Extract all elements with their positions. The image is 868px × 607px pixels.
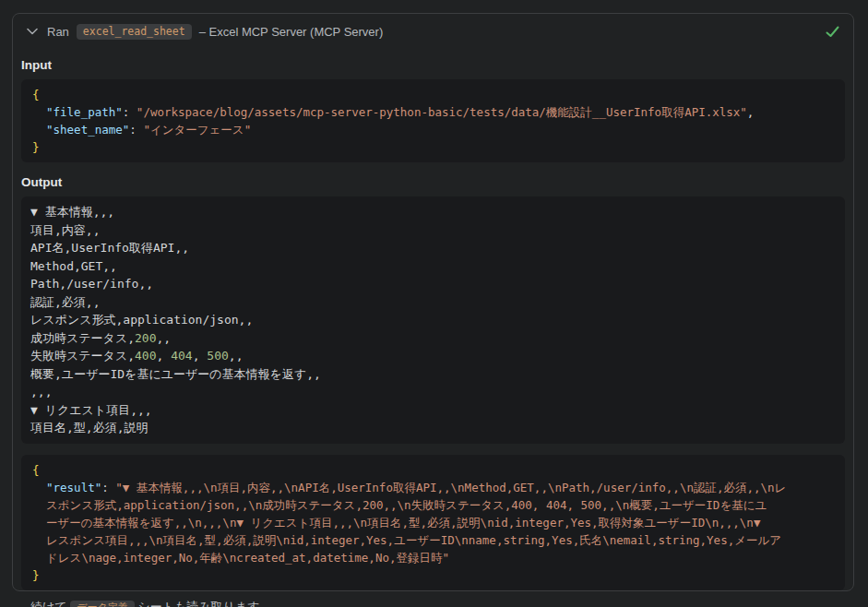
code-segment: ーザーの基本情報を返す,,\n,,,\n▼ リクエスト項目,,,\n項目名,型,… (46, 516, 760, 530)
code-segment: "result" (46, 481, 101, 494)
result-json-lines: "result": "▼ 基本情報,,,\n項目,内容,,\nAPI名,User… (32, 479, 834, 566)
input-json-lines: "file_path": "/workspace/blog/assets/mcp… (32, 103, 834, 138)
code-segment: : (129, 123, 143, 137)
result-json-line: ーザーの基本情報を返す,,\n,,,\n▼ リクエスト項目,,,\n項目名,型,… (32, 514, 834, 531)
output-csv-line: 成功時ステータス,200,, (30, 329, 836, 348)
result-json-line: "result": "▼ 基本情報,,,\n項目,内容,,\nAPI名,User… (32, 479, 834, 496)
input-json-line: "file_path": "/workspace/blog/assets/mcp… (32, 103, 834, 121)
code-segment: Path,/user/info,, (30, 277, 153, 291)
code-segment: 認証,必須,, (30, 295, 100, 309)
code-segment: : (101, 481, 115, 494)
footer-note-prefix: 続けて (30, 600, 67, 607)
code-segment: 200 (135, 331, 156, 345)
code-segment: ,, (229, 349, 244, 363)
code-segment: 項目,内容,, (30, 223, 100, 237)
output-csv-line: 項目,内容,, (30, 221, 836, 240)
code-segment: ドレス\nage,integer,No,年齢\ncreated_at,datet… (46, 551, 449, 565)
output-csv-line: Path,/user/info,, (30, 275, 836, 293)
code-segment: , (157, 349, 172, 363)
code-segment: "/workspace/blog/assets/mcp-server-pytho… (137, 105, 747, 119)
tool-call-card: Ran excel_read_sheet – Excel MCP Server … (12, 13, 854, 591)
code-segment: , (747, 105, 755, 119)
code-segment: 成功時ステータス, (30, 331, 135, 345)
output-result-block: { "result": "▼ 基本情報,,,\n項目,内容,,\nAPI名,Us… (21, 455, 845, 590)
result-json-line: レスポンス項目,,,\n項目名,型,必須,説明\nid,integer,Yes,… (32, 531, 834, 549)
input-close-brace: } (32, 138, 834, 156)
chevron-down-icon[interactable] (27, 28, 38, 35)
input-open-brace: { (32, 86, 834, 103)
result-json-line: ドレス\nage,integer,No,年齢\ncreated_at,datet… (32, 549, 834, 566)
output-csv-line: 失敗時ステータス,400, 404, 500,, (30, 347, 836, 365)
code-segment: 400 (135, 349, 156, 363)
code-segment: "file_path" (46, 105, 123, 119)
result-json-line: スポンス形式,application/json,,\n成功時ステータス,200,… (32, 496, 834, 514)
tool-call-header[interactable]: Ran excel_read_sheet – Excel MCP Server … (13, 14, 853, 49)
code-segment: レスポンス項目,,,\n項目名,型,必須,説明\nid,integer,Yes,… (46, 533, 781, 547)
success-check-icon (826, 26, 839, 38)
code-segment: "▼ 基本情報,,,\n項目,内容,,\nAPI名,UserInfo取得API,… (115, 481, 786, 494)
code-segment: ,, (157, 331, 172, 345)
input-json-block: { "file_path": "/workspace/blog/assets/m… (21, 79, 845, 162)
code-segment: "sheet_name" (46, 123, 129, 137)
code-segment: API名,UserInfo取得API,, (30, 241, 189, 255)
code-segment: ,,, (30, 385, 52, 399)
code-segment: スポンス形式,application/json,,\n成功時ステータス,200,… (46, 498, 767, 512)
code-segment: ▼ リクエスト項目,,, (30, 403, 152, 417)
output-csv-line: ,,, (30, 383, 836, 401)
output-csv-line: 認証,必須,, (30, 293, 836, 312)
output-csv-line: レスポンス形式,application/json,, (30, 311, 836, 329)
ran-label: Ran (47, 25, 69, 39)
footer-note-suffix: シートも読み取ります。 (137, 600, 271, 607)
code-segment: レスポンス形式,application/json,, (30, 313, 253, 327)
output-csv-line: ▼ リクエスト項目,,, (30, 401, 836, 420)
code-segment: 失敗時ステータス, (30, 349, 135, 363)
input-section-label: Input (21, 58, 853, 72)
code-segment: 404 (171, 349, 192, 363)
server-label: – Excel MCP Server (MCP Server) (199, 25, 384, 39)
output-csv-block: ▼ 基本情報,,,項目,内容,,API名,UserInfo取得API,,Meth… (21, 196, 845, 444)
code-segment: 500 (207, 349, 228, 363)
output-csv-line: ▼ 基本情報,,, (30, 203, 836, 221)
code-segment: : (123, 105, 137, 119)
footer-note: 続けて データ定義 シートも読み取ります。 (30, 599, 272, 607)
input-json-line: "sheet_name": "インターフェース" (32, 121, 834, 138)
code-segment: "インターフェース" (143, 123, 251, 137)
result-open-brace: { (32, 461, 834, 479)
code-segment: , (193, 349, 208, 363)
output-csv-line: Method,GET,, (30, 257, 836, 276)
result-close-brace: } (32, 566, 834, 584)
tool-name-badge: excel_read_sheet (77, 24, 192, 40)
code-segment: Method,GET,, (30, 259, 117, 273)
sheet-name-badge: データ定義 (70, 601, 135, 607)
code-segment: 概要,ユーザーIDを基にユーザーの基本情報を返す,, (30, 367, 321, 381)
code-segment: ▼ 基本情報,,, (30, 205, 114, 219)
output-csv-line: API名,UserInfo取得API,, (30, 239, 836, 257)
output-csv-line: 項目名,型,必須,説明 (30, 419, 836, 437)
code-segment: 項目名,型,必須,説明 (30, 421, 148, 434)
output-section-label: Output (21, 175, 853, 189)
output-csv-line: 概要,ユーザーIDを基にユーザーの基本情報を返す,, (30, 365, 836, 384)
